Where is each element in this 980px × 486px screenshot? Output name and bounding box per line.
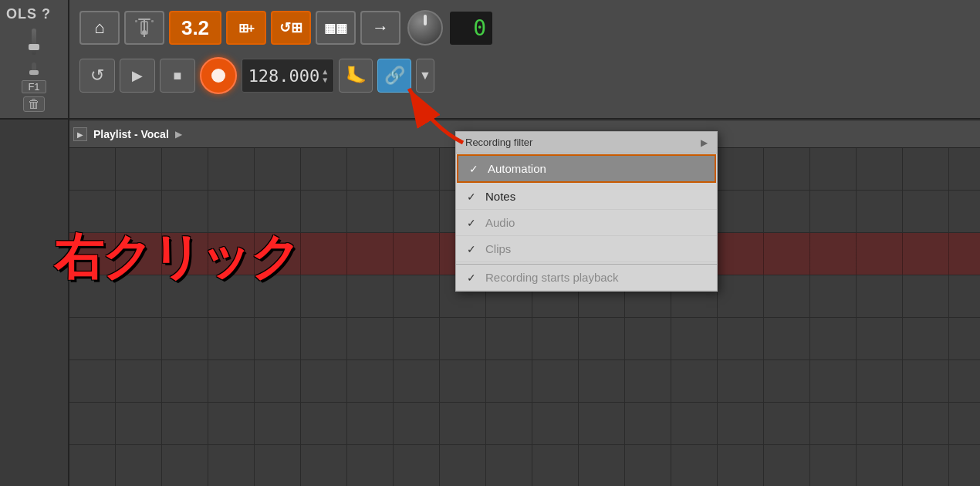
menu-item-automation[interactable]: ✓ Automation — [457, 154, 716, 183]
jp-text-annotation: 右クリック — [54, 224, 299, 291]
menu-item-label: Audio — [485, 216, 515, 229]
track-content[interactable] — [69, 445, 980, 486]
stop-icon — [174, 68, 182, 84]
track-content[interactable] — [69, 318, 980, 359]
track-row — [0, 403, 980, 445]
loop-button[interactable]: ↺⊞ — [271, 11, 311, 45]
playlist-title: Playlist - Vocal — [93, 128, 169, 140]
bpm-value: 128.000 — [248, 66, 320, 86]
menu-item-clips[interactable]: ✓ Clips — [456, 236, 717, 262]
menu-button[interactable]: ⌂ — [79, 11, 120, 45]
menu-header-arrow-icon: ▶ — [701, 137, 708, 148]
menu-item-label: Clips — [485, 242, 511, 255]
record-icon — [211, 69, 225, 83]
menu-item-audio[interactable]: ✓ Audio — [456, 210, 717, 236]
svg-point-5 — [142, 30, 147, 35]
metronome-button[interactable] — [124, 11, 164, 45]
stop-button[interactable] — [160, 59, 195, 93]
svg-rect-1 — [135, 20, 137, 22]
track-row — [0, 318, 980, 360]
menu-item-label: Recording starts playback — [485, 271, 619, 284]
slider-thumb-2[interactable] — [29, 70, 39, 75]
play-icon — [132, 67, 143, 84]
master-knob[interactable] — [407, 10, 443, 46]
play-button[interactable] — [120, 59, 155, 93]
record-button[interactable] — [200, 57, 237, 94]
main-volume-slider[interactable] — [32, 29, 36, 55]
check-icon: ✓ — [469, 163, 482, 175]
arrow-svg — [386, 81, 478, 150]
ols-label: OLS ? — [3, 6, 51, 22]
digit-counter: 0 — [450, 12, 492, 45]
menu-header: Recording filter ▶ — [456, 132, 717, 154]
master-knob-area — [405, 8, 445, 48]
right-arrow-button[interactable]: → — [360, 11, 400, 45]
track-row — [0, 360, 980, 403]
toolbar: ⌂ 3.2 ⊞+ ↺⊞ ▦▦ → — [0, 0, 980, 120]
bpm-stepper[interactable]: ▲ ▼ — [323, 67, 327, 84]
toolbar-row1: ⌂ 3.2 ⊞+ ↺⊞ ▦▦ → — [79, 8, 492, 48]
menu-item-label: Automation — [488, 162, 546, 175]
bpm-display[interactable]: 128.000 ▲ ▼ — [242, 59, 334, 93]
bpm-up[interactable]: ▲ — [323, 67, 327, 76]
menu-item-label: Notes — [485, 190, 515, 203]
bpm-down[interactable]: ▼ — [323, 76, 327, 84]
track-content[interactable] — [69, 403, 980, 444]
track-row — [0, 445, 980, 486]
playlist-play-button[interactable]: ▶ — [73, 127, 87, 141]
check-icon: ✓ — [467, 243, 479, 255]
check-icon: ✓ — [467, 217, 479, 229]
playlist-nav-arrow[interactable]: ▶ — [175, 129, 182, 140]
context-menu: Recording filter ▶ ✓ Automation ✓ Notes … — [455, 131, 718, 292]
trash-button[interactable]: 🗑 — [23, 96, 45, 112]
menu-item-recording-starts-playback[interactable]: ✓ Recording starts playback — [456, 264, 717, 291]
add-channel-button[interactable]: ⊞+ — [226, 11, 266, 45]
rewind-button[interactable]: ↺ — [79, 59, 115, 93]
menu-item-notes[interactable]: ✓ Notes — [456, 184, 717, 210]
svg-rect-2 — [151, 20, 154, 22]
track-content[interactable] — [69, 360, 980, 402]
pattern-number-button[interactable]: 3.2 — [169, 11, 221, 45]
piano-roll-button[interactable]: ▦▦ — [316, 11, 356, 45]
midi-button[interactable]: 🦶 — [339, 59, 373, 93]
f1-button[interactable]: F1 — [22, 80, 46, 93]
arrow-annotation — [386, 81, 478, 154]
check-icon: ✓ — [467, 272, 479, 284]
knob-indicator — [424, 15, 427, 25]
left-panel-top: OLS ? F1 🗑 — [0, 0, 68, 120]
metronome-icon — [132, 15, 157, 40]
check-icon: ✓ — [467, 191, 479, 203]
volume-thumb[interactable] — [29, 44, 39, 50]
